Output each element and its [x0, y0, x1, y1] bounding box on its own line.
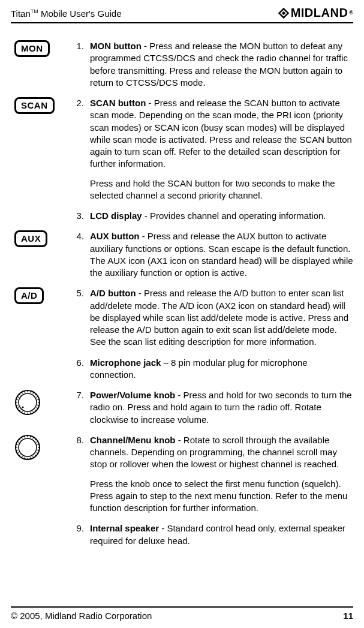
item-text: Internal speaker - Standard control head… — [90, 522, 353, 547]
svg-line-13 — [19, 410, 20, 411]
item-paragraph: A/D button - Press and release the A/D b… — [90, 287, 353, 348]
content-area: MON1.MON button - Press and release the … — [11, 23, 353, 606]
item-paragraph: Internal speaker - Standard control head… — [90, 522, 353, 547]
power-volume-knob-icon — [14, 389, 41, 416]
document-page: TitanTM Mobile User's Guide MIDLAND® MON… — [0, 0, 364, 628]
icon-column: SCAN — [11, 97, 71, 114]
title-prefix: Titan — [11, 8, 31, 19]
item-term: Microphone jack — [90, 357, 161, 368]
list-item: 6.Microphone jack – 8 pin modular plug f… — [11, 357, 353, 381]
svg-line-27 — [37, 399, 39, 400]
item-number: 1. — [71, 40, 90, 52]
icon-column — [11, 434, 71, 461]
item-number: 8. — [71, 434, 90, 446]
svg-line-46 — [19, 439, 20, 440]
svg-line-25 — [35, 394, 36, 395]
item-paragraph: MON button - Press and release the MON b… — [90, 40, 353, 89]
item-number: 5. — [71, 287, 90, 299]
item-term: SCAN button — [90, 98, 146, 108]
list-item: SCAN2.SCAN button - Press and release th… — [11, 97, 353, 202]
button-label-icon: AUX — [14, 230, 47, 247]
button-label-icon: MON — [14, 40, 50, 57]
page-number: 11 — [343, 610, 353, 622]
svg-line-48 — [25, 435, 25, 437]
svg-line-15 — [16, 405, 18, 405]
item-text: A/D button - Press and release the A/D b… — [90, 287, 353, 348]
item-number: 6. — [71, 357, 90, 369]
svg-line-21 — [25, 391, 25, 393]
item-paragraph: Channel/Menu knob - Rotate to scroll thr… — [90, 434, 353, 471]
item-number: 4. — [71, 230, 90, 242]
item-paragraph: Power/Volume knob - Press and hold for t… — [90, 389, 353, 426]
item-text: MON button - Press and release the MON b… — [90, 40, 353, 89]
svg-line-44 — [16, 444, 18, 445]
svg-line-11 — [25, 412, 25, 414]
item-term: MON button — [90, 41, 142, 51]
svg-line-38 — [25, 457, 25, 459]
svg-line-36 — [30, 457, 31, 459]
item-body: - Provides channel and operating informa… — [142, 211, 326, 221]
list-item: MON1.MON button - Press and release the … — [11, 40, 353, 89]
svg-line-54 — [37, 444, 39, 445]
item-text: Channel/Menu knob - Rotate to scroll thr… — [90, 434, 353, 515]
item-text: LCD display - Provides channel and opera… — [90, 210, 353, 222]
button-label-icon: SCAN — [14, 97, 55, 114]
item-extra-paragraph: Press and hold the SCAN button for two s… — [90, 178, 353, 202]
list-item: 7.Power/Volume knob - Press and hold for… — [11, 389, 353, 426]
item-number: 7. — [71, 389, 90, 401]
page-header: TitanTM Mobile User's Guide MIDLAND® — [11, 5, 353, 23]
svg-line-7 — [35, 410, 36, 411]
list-item: A/D5.A/D button - Press and release the … — [11, 287, 353, 348]
list-item: 8.Channel/Menu knob - Rotate to scroll t… — [11, 434, 353, 515]
title-suffix: Mobile User's Guide — [38, 8, 122, 19]
registered-symbol: ® — [349, 9, 353, 16]
item-body: - Press and release the SCAN button to a… — [90, 98, 352, 169]
list-item: 9.Internal speaker - Standard control he… — [11, 522, 353, 547]
item-number: 2. — [71, 97, 90, 109]
item-term: A/D button — [90, 288, 136, 298]
item-term: Power/Volume knob — [90, 390, 175, 400]
logo-text: MIDLAND — [291, 5, 348, 21]
icon-column — [11, 389, 71, 416]
svg-line-23 — [30, 391, 31, 393]
svg-line-9 — [30, 412, 31, 414]
item-number: 9. — [71, 522, 90, 534]
header-title: TitanTM Mobile User's Guide — [11, 8, 122, 21]
item-paragraph: Microphone jack – 8 pin modular plug for… — [90, 357, 353, 381]
svg-line-50 — [30, 435, 31, 437]
svg-point-29 — [22, 406, 23, 408]
icon-column: A/D — [11, 287, 71, 304]
page-footer: © 2005, Midland Radio Corporation 11 — [11, 606, 353, 628]
button-label-icon: A/D — [14, 287, 44, 304]
brand-logo: MIDLAND® — [278, 5, 353, 21]
svg-point-28 — [19, 393, 37, 411]
list-item: 3.LCD display - Provides channel and ope… — [11, 210, 353, 222]
svg-line-52 — [35, 439, 36, 440]
logo-diamond-icon — [278, 7, 290, 19]
svg-line-32 — [37, 450, 39, 450]
item-paragraph: SCAN button - Press and release the SCAN… — [90, 97, 353, 170]
list-item: AUX4.AUX button - Press and release the … — [11, 230, 353, 279]
item-term: Channel/Menu knob — [90, 435, 176, 445]
svg-line-40 — [19, 455, 20, 456]
item-term: LCD display — [90, 211, 142, 221]
channel-menu-knob-icon — [14, 434, 41, 461]
item-term: AUX button — [90, 231, 139, 241]
svg-line-5 — [37, 405, 39, 405]
item-term: Internal speaker — [90, 523, 159, 533]
svg-point-55 — [19, 438, 37, 456]
item-text: Microphone jack – 8 pin modular plug for… — [90, 357, 353, 381]
item-text: AUX button - Press and release the AUX b… — [90, 230, 353, 279]
item-extra-paragraph: Press the knob once to select the first … — [90, 478, 353, 515]
item-paragraph: LCD display - Provides channel and opera… — [90, 210, 353, 222]
item-number: 3. — [71, 210, 90, 222]
svg-line-17 — [16, 399, 18, 400]
item-text: Power/Volume knob - Press and hold for t… — [90, 389, 353, 426]
trademark-symbol: TM — [31, 8, 38, 14]
svg-line-42 — [16, 450, 18, 450]
icon-column: AUX — [11, 230, 71, 247]
svg-line-34 — [35, 455, 36, 456]
item-text: SCAN button - Press and release the SCAN… — [90, 97, 353, 202]
copyright-text: © 2005, Midland Radio Corporation — [11, 610, 152, 622]
icon-column: MON — [11, 40, 71, 57]
